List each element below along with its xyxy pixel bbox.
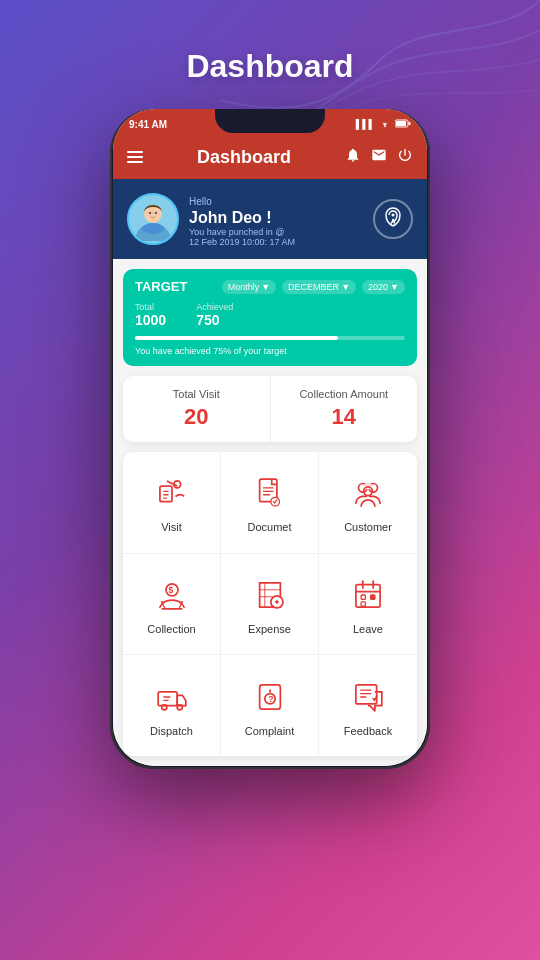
svg-point-37	[161, 704, 166, 709]
svg-rect-2	[396, 121, 406, 126]
feedback-icon	[346, 675, 390, 719]
menu-item-visit[interactable]: Visit	[123, 452, 221, 554]
profile-name: John Deo !	[189, 209, 295, 227]
target-progress-bar	[135, 336, 405, 340]
stats-row: Total Visit 20 Collection Amount 14	[123, 376, 417, 442]
menu-item-dispatch[interactable]: Dispatch	[123, 655, 221, 756]
customer-label: Customer	[344, 521, 392, 533]
leave-label: Leave	[353, 623, 383, 635]
profile-info: Hello John Deo ! You have punched in @ 1…	[189, 191, 295, 247]
expense-label: Expense	[248, 623, 291, 635]
svg-rect-9	[159, 486, 171, 502]
target-filters: Monthly ▼ DECEMBER ▼ 2020 ▼	[222, 280, 405, 294]
target-total: Total 1000	[135, 302, 166, 328]
total-visit-value: 20	[135, 404, 258, 430]
svg-point-8	[392, 214, 395, 217]
svg-rect-35	[361, 602, 365, 606]
profile-left: Hello John Deo ! You have punched in @ 1…	[127, 191, 295, 247]
visit-label: Visit	[161, 521, 182, 533]
menu-item-expense[interactable]: Expense	[221, 554, 319, 656]
month-filter[interactable]: DECEMBER ▼	[282, 280, 356, 294]
app-header: Dashboard	[113, 135, 427, 179]
dispatch-icon	[150, 675, 194, 719]
svg-rect-33	[361, 595, 365, 599]
collection-amount-value: 14	[283, 404, 406, 430]
menu-icon[interactable]	[127, 151, 143, 163]
total-visit-label: Total Visit	[135, 388, 258, 400]
svg-rect-45	[356, 685, 377, 704]
avatar	[127, 193, 179, 245]
menu-item-feedback[interactable]: Feedback	[319, 655, 417, 756]
collection-amount-card[interactable]: Collection Amount 14	[271, 376, 418, 442]
customer-icon	[346, 471, 390, 515]
target-section: TARGET Monthly ▼ DECEMBER ▼ 2020 ▼	[123, 269, 417, 366]
document-label: Documet	[247, 521, 291, 533]
document-icon	[248, 471, 292, 515]
battery-icon	[395, 119, 411, 130]
visit-icon	[150, 471, 194, 515]
svg-rect-34	[371, 595, 375, 599]
profile-punch: You have punched in @ 12 Feb 2019 10:00:…	[189, 227, 295, 247]
profile-section: Hello John Deo ! You have punched in @ 1…	[113, 179, 427, 259]
screen-body: TARGET Monthly ▼ DECEMBER ▼ 2020 ▼	[113, 259, 427, 766]
profile-hello: Hello	[189, 196, 212, 207]
phone-frame: 9:41 AM ▌▌▌	[110, 109, 430, 769]
svg-point-7	[155, 212, 157, 214]
target-label: TARGET	[135, 279, 187, 294]
svg-point-38	[177, 704, 182, 709]
svg-point-6	[149, 212, 151, 214]
header-action-icons	[345, 147, 413, 167]
page-title: Dashboard	[186, 48, 353, 85]
expense-icon	[248, 573, 292, 617]
collection-amount-label: Collection Amount	[283, 388, 406, 400]
target-progress-fill	[135, 336, 338, 340]
complaint-label: Complaint	[245, 725, 295, 737]
target-message: You have achieved 75% of your target	[135, 346, 405, 356]
signal-icon: ▌▌▌	[356, 119, 375, 129]
svg-point-0	[384, 126, 386, 128]
target-header: TARGET Monthly ▼ DECEMBER ▼ 2020 ▼	[135, 279, 405, 294]
fingerprint-button[interactable]	[373, 199, 413, 239]
status-icons: ▌▌▌	[356, 118, 411, 130]
collection-icon: $	[150, 573, 194, 617]
complaint-icon: ?	[248, 675, 292, 719]
feedback-label: Feedback	[344, 725, 392, 737]
svg-text:?: ?	[268, 694, 273, 704]
svg-rect-29	[356, 585, 380, 607]
status-time: 9:41 AM	[129, 119, 167, 130]
phone-notch	[215, 109, 325, 133]
notification-icon[interactable]	[345, 147, 361, 167]
menu-item-document[interactable]: Documet	[221, 452, 319, 554]
header-title: Dashboard	[197, 147, 291, 168]
menu-item-leave[interactable]: Leave	[319, 554, 417, 656]
collection-label: Collection	[147, 623, 195, 635]
menu-grid: Visit	[123, 452, 417, 756]
svg-rect-36	[158, 691, 177, 705]
total-visit-card[interactable]: Total Visit 20	[123, 376, 271, 442]
svg-rect-3	[409, 122, 411, 125]
phone-screen: 9:41 AM ▌▌▌	[113, 109, 427, 766]
monthly-filter[interactable]: Monthly ▼	[222, 280, 276, 294]
svg-text:$: $	[168, 585, 173, 595]
menu-item-customer[interactable]: Customer	[319, 452, 417, 554]
leave-icon	[346, 573, 390, 617]
wifi-icon	[379, 118, 391, 130]
mail-icon[interactable]	[371, 147, 387, 167]
power-icon[interactable]	[397, 147, 413, 167]
menu-item-collection[interactable]: $ Collection	[123, 554, 221, 656]
menu-item-complaint[interactable]: ? Complaint	[221, 655, 319, 756]
year-filter[interactable]: 2020 ▼	[362, 280, 405, 294]
dispatch-label: Dispatch	[150, 725, 193, 737]
target-stats: Total 1000 Achieved 750	[135, 302, 405, 328]
target-achieved: Achieved 750	[196, 302, 233, 328]
